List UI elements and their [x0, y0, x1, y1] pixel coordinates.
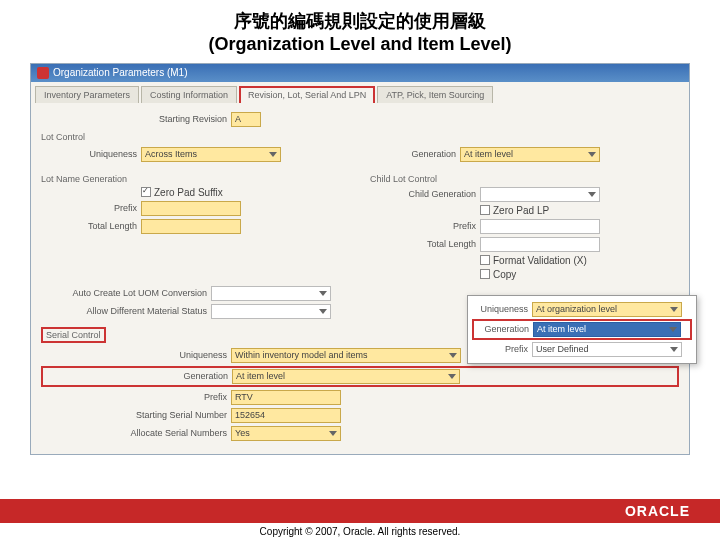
- fld-total-length-child[interactable]: [480, 237, 600, 252]
- tab-revision-lot-serial[interactable]: Revision, Lot, Serial And LPN: [239, 86, 375, 103]
- chevron-down-icon: [588, 152, 596, 157]
- fld-generation-lot[interactable]: At item level: [460, 147, 600, 162]
- chevron-down-icon: [670, 347, 678, 352]
- app-window: Organization Parameters (M1) Inventory P…: [30, 63, 690, 455]
- tab-strip: Inventory Parameters Costing Information…: [31, 82, 689, 103]
- ov-fld-uniqueness[interactable]: At organization level: [532, 302, 682, 317]
- fld-starting-revision[interactable]: A: [231, 112, 261, 127]
- lbl-starting-revision: Starting Revision: [41, 114, 231, 124]
- chk-zero-pad-suffix[interactable]: [141, 187, 151, 197]
- section-lot-name-gen: Lot Name Generation: [41, 174, 350, 184]
- lbl-generation-serial: Generation: [44, 371, 232, 381]
- fld-total-length-lot[interactable]: [141, 219, 241, 234]
- tab-costing-info[interactable]: Costing Information: [141, 86, 237, 103]
- lbl-starting-serial: Starting Serial Number: [41, 410, 231, 420]
- lbl-generation: Generation: [370, 149, 460, 159]
- lbl-allow-diff: Allow Different Material Status: [41, 306, 211, 316]
- chk-zero-pad-lp[interactable]: [480, 205, 490, 215]
- chevron-down-icon: [449, 353, 457, 358]
- lbl-format-val: Format Validation (X): [493, 255, 587, 266]
- chevron-down-icon: [329, 431, 337, 436]
- lbl-allocate-serial: Allocate Serial Numbers: [41, 428, 231, 438]
- fld-prefix-lot[interactable]: [141, 201, 241, 216]
- app-icon: [37, 67, 49, 79]
- lbl-total-length: Total Length: [41, 221, 141, 231]
- tab-inventory-params[interactable]: Inventory Parameters: [35, 86, 139, 103]
- fld-allow-diff[interactable]: [211, 304, 331, 319]
- fld-child-gen[interactable]: [480, 187, 600, 202]
- ov-lbl-uniqueness: Uniqueness: [472, 304, 532, 314]
- window-title: Organization Parameters (M1): [53, 67, 188, 78]
- lbl-prefix: Prefix: [41, 203, 141, 213]
- section-child-lot: Child Lot Control: [370, 174, 679, 184]
- fld-auto-create[interactable]: [211, 286, 331, 301]
- ov-lbl-generation: Generation: [475, 324, 533, 334]
- title-zh: 序號的編碼規則設定的使用層級: [0, 10, 720, 33]
- lbl-prefix-serial: Prefix: [41, 392, 231, 402]
- lbl-child-gen: Child Generation: [370, 189, 480, 199]
- ov-fld-generation[interactable]: At item level: [533, 322, 681, 337]
- lbl-auto-create: Auto Create Lot UOM Conversion: [41, 288, 211, 298]
- titlebar: Organization Parameters (M1): [31, 64, 689, 82]
- fld-prefix-child[interactable]: [480, 219, 600, 234]
- form-body: Starting Revision A Lot Control Uniquene…: [31, 103, 689, 454]
- fld-prefix-serial[interactable]: RTV: [231, 390, 341, 405]
- title-en: (Organization Level and Item Level): [0, 33, 720, 56]
- overlay-panel: UniquenessAt organization level Generati…: [467, 295, 697, 364]
- chevron-down-icon: [588, 192, 596, 197]
- lbl-prefix-child: Prefix: [370, 221, 480, 231]
- fld-starting-serial[interactable]: 152654: [231, 408, 341, 423]
- chevron-down-icon: [269, 152, 277, 157]
- lbl-copy: Copy: [493, 269, 516, 280]
- ov-fld-prefix[interactable]: User Defined: [532, 342, 682, 357]
- chevron-down-icon: [670, 307, 678, 312]
- chevron-down-icon: [669, 327, 677, 332]
- fld-uniqueness-lot[interactable]: Across Items: [141, 147, 281, 162]
- fld-uniqueness-serial[interactable]: Within inventory model and items: [231, 348, 461, 363]
- lbl-uniqueness-serial: Uniqueness: [41, 350, 231, 360]
- section-lot-control: Lot Control: [41, 132, 679, 142]
- chk-copy[interactable]: [480, 269, 490, 279]
- tab-atp-pick[interactable]: ATP, Pick, Item Sourcing: [377, 86, 493, 103]
- fld-generation-serial[interactable]: At item level: [232, 369, 460, 384]
- copyright: Copyright © 2007, Oracle. All rights res…: [0, 523, 720, 540]
- section-serial-control: Serial Control: [41, 327, 106, 343]
- oracle-logo: ORACLE: [625, 503, 690, 519]
- chevron-down-icon: [319, 309, 327, 314]
- lbl-total-length-child: Total Length: [370, 239, 480, 249]
- fld-allocate-serial[interactable]: Yes: [231, 426, 341, 441]
- brand-bar: ORACLE: [0, 499, 720, 523]
- footer: ORACLE Copyright © 2007, Oracle. All rig…: [0, 499, 720, 540]
- chevron-down-icon: [319, 291, 327, 296]
- chk-format-val[interactable]: [480, 255, 490, 265]
- lbl-zero-pad-lp: Zero Pad LP: [493, 205, 549, 216]
- lbl-zero-pad-suffix: Zero Pad Suffix: [154, 187, 223, 198]
- slide-title: 序號的編碼規則設定的使用層級 (Organization Level and I…: [0, 0, 720, 63]
- lbl-uniqueness: Uniqueness: [41, 149, 141, 159]
- chevron-down-icon: [448, 374, 456, 379]
- ov-lbl-prefix: Prefix: [472, 344, 532, 354]
